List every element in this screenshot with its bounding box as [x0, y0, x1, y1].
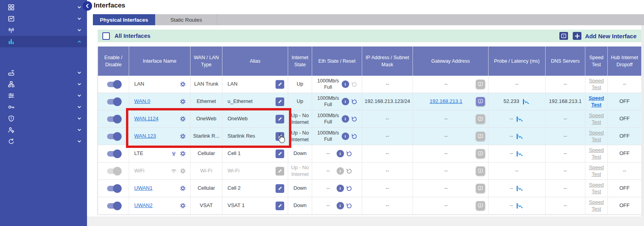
- sidebar-subitem-physical-interfaces[interactable]: [0, 48, 87, 56]
- edit-alias-icon[interactable]: [276, 97, 284, 106]
- ip-address: --: [362, 128, 413, 145]
- gateway-ping-icon[interactable]: [476, 201, 485, 210]
- sidebar-item-security[interactable]: [0, 113, 87, 124]
- edit-alias-icon[interactable]: [276, 167, 284, 176]
- enable-toggle[interactable]: [107, 116, 120, 122]
- info-icon[interactable]: i: [342, 98, 349, 105]
- info-icon[interactable]: i: [342, 133, 349, 140]
- latency-chart-icon[interactable]: [516, 133, 524, 140]
- gateway-ping-icon[interactable]: [476, 97, 485, 106]
- settings-gear-icon[interactable]: [179, 80, 187, 88]
- enable-toggle[interactable]: [107, 82, 120, 87]
- latency-chart-icon[interactable]: [516, 185, 524, 192]
- back-button[interactable]: [83, 1, 92, 11]
- chevron-left-icon: [84, 3, 91, 9]
- add-icon[interactable]: [573, 32, 581, 40]
- edit-alias-icon[interactable]: [276, 132, 284, 141]
- sidebar-item-controllers[interactable]: [0, 24, 87, 36]
- interface-name-link[interactable]: UWAN2: [134, 202, 152, 209]
- table-header-row: Enable / DisableInterface NameWAN / LAN …: [98, 47, 642, 76]
- reset-icon[interactable]: [346, 168, 353, 175]
- info-icon[interactable]: i: [337, 167, 344, 175]
- settings-gear-icon[interactable]: [179, 150, 187, 157]
- latency-chart-icon[interactable]: [522, 98, 530, 105]
- enable-toggle[interactable]: [107, 186, 120, 191]
- wan-lan-type: Wi-Fi: [191, 162, 222, 179]
- gateway-ping-icon[interactable]: [476, 184, 485, 193]
- enable-toggle[interactable]: [107, 151, 120, 157]
- gateway-link[interactable]: 192.168.213.1: [429, 98, 462, 104]
- reset-icon[interactable]: [346, 185, 353, 192]
- interface-name-link[interactable]: WAN.0: [134, 98, 150, 105]
- interface-name-link[interactable]: WAN.123: [134, 133, 156, 139]
- edit-alias-icon[interactable]: [276, 149, 284, 158]
- edit-alias-icon[interactable]: [276, 115, 284, 123]
- all-interfaces-checkbox[interactable]: [102, 32, 110, 40]
- settings-gear-icon[interactable]: [179, 98, 187, 105]
- probe-latency: --: [510, 116, 513, 122]
- info-icon[interactable]: i: [342, 115, 349, 123]
- sidebar-subitem-static-routes[interactable]: [0, 56, 87, 65]
- edit-alias-icon[interactable]: [276, 184, 284, 193]
- column-header-3: Alias: [222, 47, 288, 76]
- gateway-ping-icon[interactable]: [476, 149, 485, 158]
- enable-toggle[interactable]: [107, 134, 120, 139]
- panel-icon[interactable]: [559, 32, 568, 40]
- speed-test-link[interactable]: SpeedTest: [588, 95, 604, 108]
- eth-state: --: [322, 150, 335, 157]
- info-icon[interactable]: i: [337, 202, 344, 209]
- info-icon[interactable]: i: [337, 185, 344, 192]
- tab-static-routes[interactable]: Static Routes: [155, 14, 217, 25]
- info-icon[interactable]: i: [337, 150, 344, 157]
- eth-state: --: [322, 168, 335, 174]
- wan-lan-type: Cellular: [191, 145, 222, 162]
- sidebar-item-interfaces[interactable]: [0, 36, 87, 47]
- sidebar-item-sd-wan[interactable]: [0, 67, 87, 78]
- latency-chart-icon[interactable]: [516, 150, 524, 157]
- reset-icon[interactable]: [351, 116, 358, 123]
- enable-toggle[interactable]: [107, 168, 120, 174]
- edit-alias-icon[interactable]: [276, 202, 284, 210]
- gateway-ping-icon[interactable]: [476, 114, 485, 123]
- sidebar-submenu: [0, 47, 87, 67]
- gateway-ping-icon[interactable]: [476, 132, 485, 141]
- reset-icon[interactable]: [346, 150, 353, 157]
- enable-toggle[interactable]: [107, 203, 120, 209]
- latency-chart-icon[interactable]: [516, 202, 524, 209]
- sidebar-item-vpn[interactable]: [0, 101, 87, 113]
- settings-gear-icon[interactable]: [179, 185, 187, 192]
- settings-gear-icon[interactable]: [179, 115, 187, 123]
- reset-icon[interactable]: [351, 133, 358, 140]
- dns-servers: 192.168.213.1: [546, 93, 585, 110]
- edit-alias-icon[interactable]: [276, 80, 284, 89]
- system-icon: [6, 126, 16, 134]
- tab-physical-interfaces[interactable]: Physical Interfaces: [93, 14, 155, 25]
- settings-gear-icon[interactable]: [179, 167, 187, 175]
- security-icon: [6, 115, 16, 122]
- reset-icon[interactable]: [351, 98, 358, 105]
- interface-name-link[interactable]: WAN.1124: [134, 116, 158, 122]
- internet-state: Down: [288, 180, 312, 197]
- eth-state: 1000Mb/s Full: [316, 130, 340, 142]
- scrollbar-gutter: [641, 25, 644, 217]
- sidebar-item-hub[interactable]: [0, 90, 87, 101]
- settings-gear-icon[interactable]: [179, 133, 187, 140]
- interfaces-icon: [6, 38, 16, 45]
- add-new-interface-button[interactable]: Add New Interface: [585, 33, 637, 39]
- sidebar-item-dashboard[interactable]: [0, 2, 87, 13]
- settings-gear-icon[interactable]: [179, 202, 187, 209]
- enable-toggle[interactable]: [107, 99, 120, 105]
- column-header-2: WAN / LAN Type: [191, 47, 222, 76]
- info-icon[interactable]: i: [342, 80, 349, 88]
- latency-chart-icon[interactable]: [516, 116, 524, 123]
- sidebar-item-system[interactable]: [0, 124, 87, 136]
- sidebar-item-tools-diagnos-[interactable]: [0, 136, 87, 147]
- gateway-ping-icon[interactable]: [476, 166, 485, 176]
- reset-icon[interactable]: [351, 81, 358, 88]
- interface-name-link[interactable]: UWAN1: [134, 185, 152, 191]
- sidebar-item-monitors[interactable]: [0, 13, 87, 24]
- reset-icon[interactable]: [346, 202, 353, 209]
- sidebar-item-lan[interactable]: [0, 78, 87, 90]
- gateway-ping-icon[interactable]: [476, 80, 485, 89]
- table-row-wan.123: WAN.123Starlink R...Starlink ResUp - No …: [98, 128, 642, 145]
